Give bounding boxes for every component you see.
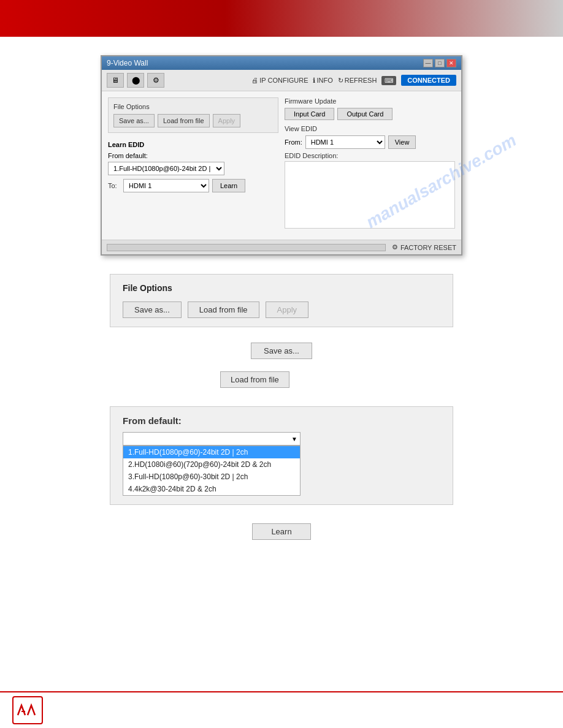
load-from-file-standalone-button[interactable]: Load from file [220, 371, 289, 388]
right-panel: Firmware Update Input Card Output Card V… [285, 97, 455, 233]
to-label: To: [108, 182, 120, 189]
learn-edid-section: Learn EDID From default: 1.Full-HD(1080p… [108, 138, 278, 195]
load-from-file-button[interactable]: Load from file [158, 114, 210, 127]
save-as-standalone-section: Save as... [220, 343, 343, 359]
file-buttons-row: Save as... Load from file Apply [113, 114, 273, 127]
app-title: 9-Video Wall [107, 59, 148, 67]
view-edid-row: From: HDMI 1 View [285, 135, 455, 149]
to-row: To: HDMI 1 Learn [108, 179, 278, 192]
factory-reset-icon: ⚙ [392, 243, 398, 251]
restore-icon: □ [438, 60, 441, 66]
view-from-label: From: [285, 138, 302, 146]
from-default-enlarged-box: From default: 1.Full-HD(1080p@60)-24bit … [110, 406, 453, 505]
output-card-button[interactable]: Output Card [337, 108, 393, 120]
close-icon: ✕ [449, 60, 454, 66]
app-window: 9-Video Wall — □ ✕ 🖥 ⬤ [101, 55, 462, 256]
from-default-select[interactable]: 1.Full-HD(1080p@60)-24bit 2D | 2ch [108, 162, 224, 175]
view-from-select[interactable]: HDMI 1 [305, 135, 385, 149]
firmware-title: Firmware Update [285, 97, 455, 105]
close-button[interactable]: ✕ [446, 59, 456, 67]
save-as-button[interactable]: Save as... [113, 114, 155, 127]
enlarged-file-options-box: File Options Save as... Load from file A… [110, 274, 453, 327]
to-select[interactable]: HDMI 1 [123, 179, 209, 192]
restore-button[interactable]: □ [435, 59, 445, 67]
settings-icon-btn[interactable]: ⚙ [147, 73, 164, 88]
av-logo [12, 696, 43, 724]
enlarged-file-options-section: File Options Save as... Load from file A… [110, 274, 453, 327]
dropdown-item-2[interactable]: 2.HD(1080i@60)(720p@60)-24bit 2D & 2ch [123, 458, 300, 471]
dropdown-item-4[interactable]: 4.4k2k@30-24bit 2D & 2ch [123, 483, 300, 495]
load-from-file-standalone-section: Load from file [220, 371, 343, 388]
app-body: File Options Save as... Load from file A… [102, 91, 461, 240]
minimize-icon: — [426, 60, 431, 66]
learn-button[interactable]: Learn [212, 179, 245, 192]
app-toolbar: 🖥 ⬤ ⚙ 🖨 IP CONFIGURE ℹ INFO [102, 70, 461, 91]
left-panel: File Options Save as... Load from file A… [108, 97, 278, 233]
progress-bar [107, 244, 386, 251]
learn-standalone-button[interactable]: Learn [252, 523, 310, 540]
edid-desc-box [285, 161, 455, 229]
app-bottom-bar: ⚙ FACTORY RESET [102, 240, 461, 254]
factory-reset-area[interactable]: ⚙ FACTORY RESET [392, 243, 456, 251]
main-sections: File Options Save as... Load from file A… [108, 97, 455, 233]
ip-icon: 🖨 [251, 77, 258, 84]
learn-edid-title: Learn EDID [108, 141, 278, 148]
factory-reset-label: FACTORY RESET [400, 244, 456, 251]
ip-configure-link[interactable]: 🖨 IP CONFIGURE [251, 77, 308, 84]
view-edid-title: View EDID [285, 125, 455, 132]
firmware-section: Firmware Update Input Card Output Card [285, 97, 455, 120]
connected-badge: CONNECTED [401, 75, 456, 86]
keyboard-icon: ⌨ [381, 76, 396, 85]
refresh-icon: ↻ [338, 77, 343, 85]
view-edid-section: View EDID From: HDMI 1 View EDID Descrip… [285, 125, 455, 229]
dropdown-item-3[interactable]: 3.Full-HD(1080p@60)-30bit 2D | 2ch [123, 471, 300, 483]
enlarged-load-from-file-button[interactable]: Load from file [188, 301, 259, 318]
monitor-icon-btn[interactable]: 🖥 [107, 73, 124, 88]
enlarged-apply-button[interactable]: Apply [266, 301, 309, 318]
file-options-section: File Options Save as... Load from file A… [108, 97, 278, 133]
dropdown-arrow-icon: ▼ [291, 436, 297, 442]
apply-button[interactable]: Apply [213, 114, 241, 127]
enlarged-btn-row: Save as... Load from file Apply [123, 301, 440, 318]
from-default-row: 1.Full-HD(1080p@60)-24bit 2D | 2ch [108, 162, 278, 175]
learn-standalone-section: Learn [220, 523, 343, 540]
settings-icon: ⚙ [153, 76, 159, 85]
from-default-dropdown-container: 1.Full-HD(1080p@60)-24bit 2D | 2ch ▼ 1.F… [123, 432, 301, 496]
input-icon-btn[interactable]: ⬤ [127, 73, 144, 88]
from-default-enlarged-section: From default: 1.Full-HD(1080p@60)-24bit … [110, 406, 453, 505]
enlarged-save-as-button[interactable]: Save as... [123, 301, 182, 318]
firmware-buttons: Input Card Output Card [285, 108, 455, 120]
from-default-big-label: From default: [123, 415, 440, 426]
enlarged-file-options-title: File Options [123, 283, 440, 293]
info-icon: ℹ [313, 77, 315, 85]
app-titlebar: 9-Video Wall — □ ✕ [102, 56, 461, 70]
minimize-button[interactable]: — [423, 59, 433, 67]
from-default-label: From default: [108, 152, 278, 159]
refresh-link[interactable]: ↻ REFRESH [338, 77, 377, 85]
input-card-button[interactable]: Input Card [285, 108, 334, 120]
input-icon: ⬤ [132, 76, 140, 85]
main-content: 9-Video Wall — □ ✕ 🖥 ⬤ [0, 37, 563, 571]
toolbar-left: 🖥 ⬤ ⚙ [107, 73, 164, 88]
window-controls: — □ ✕ [423, 59, 456, 67]
toolbar-right: 🖨 IP CONFIGURE ℹ INFO ↻ REFRESH ⌨ CONNEC… [251, 75, 456, 86]
av-logo-svg [17, 702, 39, 719]
file-options-title: File Options [113, 103, 273, 110]
from-default-dropdown-list: 1.Full-HD(1080p@60)-24bit 2D | 2ch 2.HD(… [123, 446, 301, 496]
monitor-icon: 🖥 [112, 76, 119, 85]
view-button[interactable]: View [388, 135, 416, 149]
dropdown-item-1[interactable]: 1.Full-HD(1080p@60)-24bit 2D | 2ch [123, 446, 300, 458]
info-link[interactable]: ℹ INFO [313, 77, 332, 85]
top-bar [0, 0, 563, 37]
bottom-bar [0, 691, 563, 728]
from-default-dropdown-input[interactable]: 1.Full-HD(1080p@60)-24bit 2D | 2ch [123, 432, 301, 446]
edid-desc-label: EDID Description: [285, 152, 455, 159]
save-as-standalone-button[interactable]: Save as... [251, 343, 312, 359]
